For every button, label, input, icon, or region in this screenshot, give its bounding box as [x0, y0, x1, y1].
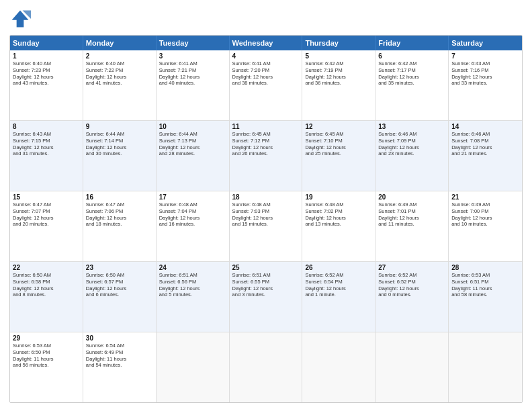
day-number: 15: [13, 193, 80, 201]
day-number: 26: [305, 264, 372, 271]
header-day-tuesday: Tuesday: [157, 36, 230, 50]
page: SundayMondayTuesdayWednesdayThursdayFrid…: [0, 0, 532, 411]
calendar-cell: 17Sunrise: 6:48 AM Sunset: 7:04 PM Dayli…: [157, 191, 230, 261]
calendar-header: SundayMondayTuesdayWednesdayThursdayFrid…: [10, 36, 522, 50]
calendar-cell: 21Sunrise: 6:49 AM Sunset: 7:00 PM Dayli…: [449, 191, 522, 261]
day-number: 9: [86, 123, 153, 130]
day-detail: Sunrise: 6:41 AM Sunset: 7:21 PM Dayligh…: [159, 60, 226, 87]
header-day-friday: Friday: [375, 36, 449, 50]
header-day-saturday: Saturday: [449, 36, 522, 50]
day-number: 5: [305, 52, 372, 60]
day-number: 13: [378, 123, 445, 130]
day-number: 7: [451, 52, 519, 60]
day-detail: Sunrise: 6:53 AM Sunset: 6:50 PM Dayligh…: [13, 342, 80, 369]
day-number: 20: [378, 193, 445, 201]
day-detail: Sunrise: 6:51 AM Sunset: 6:56 PM Dayligh…: [159, 272, 226, 298]
day-detail: Sunrise: 6:48 AM Sunset: 7:04 PM Dayligh…: [159, 201, 226, 228]
logo-icon: [9, 8, 31, 30]
day-detail: Sunrise: 6:46 AM Sunset: 7:09 PM Dayligh…: [378, 131, 445, 157]
day-detail: Sunrise: 6:47 AM Sunset: 7:07 PM Dayligh…: [13, 201, 80, 228]
calendar-cell: 26Sunrise: 6:52 AM Sunset: 6:54 PM Dayli…: [302, 262, 375, 332]
calendar-cell: 23Sunrise: 6:50 AM Sunset: 6:57 PM Dayli…: [83, 262, 157, 332]
day-number: 6: [378, 52, 445, 60]
day-detail: Sunrise: 6:45 AM Sunset: 7:12 PM Dayligh…: [232, 131, 300, 157]
day-number: 18: [232, 193, 300, 201]
day-number: 17: [159, 193, 226, 201]
calendar-cell: 7Sunrise: 6:43 AM Sunset: 7:16 PM Daylig…: [449, 50, 522, 120]
day-number: 11: [232, 123, 300, 130]
header: [9, 8, 523, 30]
day-detail: Sunrise: 6:48 AM Sunset: 7:03 PM Dayligh…: [232, 201, 300, 228]
day-number: 2: [86, 52, 153, 60]
calendar-cell: 24Sunrise: 6:51 AM Sunset: 6:56 PM Dayli…: [157, 262, 230, 332]
day-number: 16: [86, 193, 153, 201]
day-detail: Sunrise: 6:43 AM Sunset: 7:16 PM Dayligh…: [451, 60, 519, 87]
calendar-cell: 16Sunrise: 6:47 AM Sunset: 7:06 PM Dayli…: [83, 191, 157, 261]
day-number: 29: [13, 334, 80, 342]
day-detail: Sunrise: 6:50 AM Sunset: 6:57 PM Dayligh…: [86, 272, 153, 298]
calendar-row-0: 1Sunrise: 6:40 AM Sunset: 7:23 PM Daylig…: [10, 50, 522, 121]
day-detail: Sunrise: 6:44 AM Sunset: 7:14 PM Dayligh…: [86, 131, 153, 157]
day-number: 8: [13, 123, 80, 130]
calendar-cell: 14Sunrise: 6:46 AM Sunset: 7:08 PM Dayli…: [449, 121, 522, 191]
day-detail: Sunrise: 6:44 AM Sunset: 7:13 PM Dayligh…: [159, 131, 226, 157]
calendar-cell: 30Sunrise: 6:54 AM Sunset: 6:49 PM Dayli…: [83, 332, 157, 402]
day-detail: Sunrise: 6:40 AM Sunset: 7:22 PM Dayligh…: [86, 60, 153, 87]
calendar-cell: 1Sunrise: 6:40 AM Sunset: 7:23 PM Daylig…: [10, 50, 83, 120]
day-number: 14: [451, 123, 519, 130]
day-number: 12: [305, 123, 372, 130]
day-detail: Sunrise: 6:52 AM Sunset: 6:52 PM Dayligh…: [378, 272, 445, 298]
day-number: 24: [159, 264, 226, 271]
day-detail: Sunrise: 6:43 AM Sunset: 7:15 PM Dayligh…: [13, 131, 80, 157]
calendar-cell: 29Sunrise: 6:53 AM Sunset: 6:50 PM Dayli…: [10, 332, 83, 402]
calendar-cell: [449, 332, 522, 402]
calendar-row-2: 15Sunrise: 6:47 AM Sunset: 7:07 PM Dayli…: [10, 191, 522, 262]
header-day-monday: Monday: [83, 36, 157, 50]
calendar-cell: 25Sunrise: 6:51 AM Sunset: 6:55 PM Dayli…: [230, 262, 303, 332]
calendar-cell: 10Sunrise: 6:44 AM Sunset: 7:13 PM Dayli…: [157, 121, 230, 191]
calendar-cell: 6Sunrise: 6:42 AM Sunset: 7:17 PM Daylig…: [375, 50, 449, 120]
header-day-wednesday: Wednesday: [230, 36, 303, 50]
day-number: 25: [232, 264, 300, 271]
calendar-cell: 13Sunrise: 6:46 AM Sunset: 7:09 PM Dayli…: [375, 121, 449, 191]
day-detail: Sunrise: 6:42 AM Sunset: 7:17 PM Dayligh…: [378, 60, 445, 87]
calendar-cell: 8Sunrise: 6:43 AM Sunset: 7:15 PM Daylig…: [10, 121, 83, 191]
calendar-cell: [375, 332, 449, 402]
calendar-cell: [157, 332, 230, 402]
day-number: 1: [13, 52, 80, 60]
calendar-row-4: 29Sunrise: 6:53 AM Sunset: 6:50 PM Dayli…: [10, 332, 522, 402]
day-detail: Sunrise: 6:53 AM Sunset: 6:51 PM Dayligh…: [451, 272, 519, 298]
day-number: 27: [378, 264, 445, 271]
calendar-cell: 15Sunrise: 6:47 AM Sunset: 7:07 PM Dayli…: [10, 191, 83, 261]
calendar-cell: 9Sunrise: 6:44 AM Sunset: 7:14 PM Daylig…: [83, 121, 157, 191]
calendar-cell: 11Sunrise: 6:45 AM Sunset: 7:12 PM Dayli…: [230, 121, 303, 191]
calendar-cell: 2Sunrise: 6:40 AM Sunset: 7:22 PM Daylig…: [83, 50, 157, 120]
header-day-sunday: Sunday: [10, 36, 83, 50]
day-detail: Sunrise: 6:49 AM Sunset: 7:01 PM Dayligh…: [378, 201, 445, 228]
day-detail: Sunrise: 6:48 AM Sunset: 7:02 PM Dayligh…: [305, 201, 372, 228]
calendar-cell: 12Sunrise: 6:45 AM Sunset: 7:10 PM Dayli…: [302, 121, 375, 191]
calendar-cell: 20Sunrise: 6:49 AM Sunset: 7:01 PM Dayli…: [375, 191, 449, 261]
day-number: 3: [159, 52, 226, 60]
calendar-row-1: 8Sunrise: 6:43 AM Sunset: 7:15 PM Daylig…: [10, 121, 522, 191]
day-detail: Sunrise: 6:42 AM Sunset: 7:19 PM Dayligh…: [305, 60, 372, 87]
calendar-cell: 28Sunrise: 6:53 AM Sunset: 6:51 PM Dayli…: [449, 262, 522, 332]
calendar-cell: 19Sunrise: 6:48 AM Sunset: 7:02 PM Dayli…: [302, 191, 375, 261]
day-detail: Sunrise: 6:46 AM Sunset: 7:08 PM Dayligh…: [451, 131, 519, 157]
calendar-cell: 22Sunrise: 6:50 AM Sunset: 6:58 PM Dayli…: [10, 262, 83, 332]
day-number: 28: [451, 264, 519, 271]
day-number: 30: [86, 334, 153, 342]
calendar-body: 1Sunrise: 6:40 AM Sunset: 7:23 PM Daylig…: [10, 50, 522, 402]
day-detail: Sunrise: 6:52 AM Sunset: 6:54 PM Dayligh…: [305, 272, 372, 298]
calendar-cell: [302, 332, 375, 402]
day-number: 23: [86, 264, 153, 271]
day-detail: Sunrise: 6:45 AM Sunset: 7:10 PM Dayligh…: [305, 131, 372, 157]
day-detail: Sunrise: 6:41 AM Sunset: 7:20 PM Dayligh…: [232, 60, 300, 87]
day-number: 19: [305, 193, 372, 201]
calendar-cell: 18Sunrise: 6:48 AM Sunset: 7:03 PM Dayli…: [230, 191, 303, 261]
day-detail: Sunrise: 6:50 AM Sunset: 6:58 PM Dayligh…: [13, 272, 80, 298]
day-number: 10: [159, 123, 226, 130]
day-detail: Sunrise: 6:49 AM Sunset: 7:00 PM Dayligh…: [451, 201, 519, 228]
day-detail: Sunrise: 6:54 AM Sunset: 6:49 PM Dayligh…: [86, 342, 153, 369]
day-number: 4: [232, 52, 300, 60]
